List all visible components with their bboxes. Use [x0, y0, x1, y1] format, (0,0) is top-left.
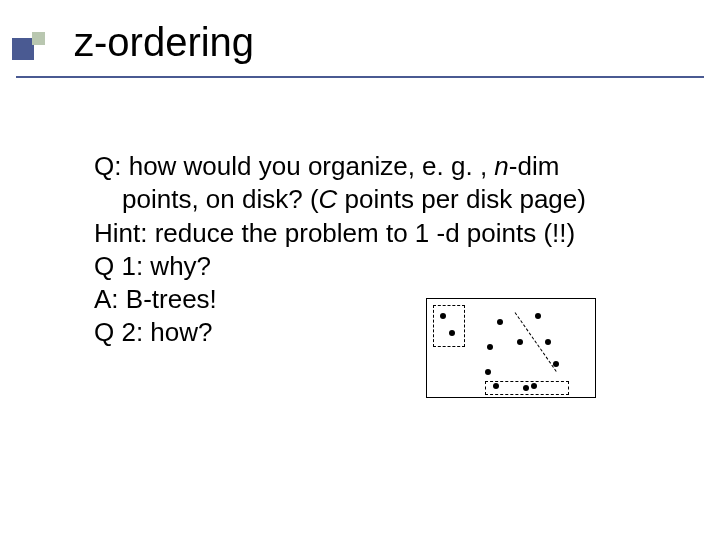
line-4: Q 1: why?	[94, 250, 654, 283]
data-point	[523, 385, 529, 391]
title-underline	[16, 76, 704, 78]
slide-title: z-ordering	[74, 20, 254, 65]
text-dim: -dim	[509, 151, 560, 181]
data-point	[553, 361, 559, 367]
text-n-italic: n	[494, 151, 508, 181]
data-point	[449, 330, 455, 336]
data-point	[440, 313, 446, 319]
line-3: Hint: reduce the problem to 1 -d points …	[94, 217, 654, 250]
text-q-prefix: Q: how would you organize, e. g. ,	[94, 151, 494, 181]
data-point	[497, 319, 503, 325]
title-block: z-ordering	[18, 20, 698, 80]
slide: z-ordering Q: how would you organize, e.…	[0, 0, 720, 540]
data-point	[493, 383, 499, 389]
dashed-region-left	[433, 305, 465, 347]
line-2: points, on disk? (C points per disk page…	[94, 183, 654, 216]
data-point	[487, 344, 493, 350]
data-point	[485, 369, 491, 375]
text-c-italic: C	[319, 184, 345, 214]
data-point	[517, 339, 523, 345]
text-points-prefix: points, on disk? (	[122, 184, 319, 214]
data-point	[535, 313, 541, 319]
points-diagram	[426, 298, 596, 398]
data-point	[531, 383, 537, 389]
text-points-suffix: points per disk page)	[345, 184, 586, 214]
line-1: Q: how would you organize, e. g. , n-dim	[94, 150, 654, 183]
data-point	[545, 339, 551, 345]
square-bullet-icon	[18, 30, 52, 64]
